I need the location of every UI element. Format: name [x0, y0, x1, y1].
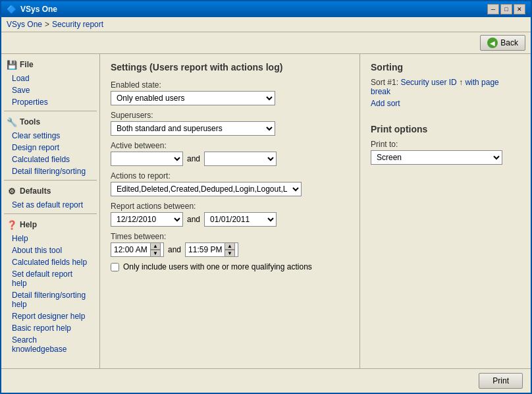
right-panel: Sorting Sort #1: Security user ID ↑ with…: [359, 54, 531, 368]
avatar-area: [1, 362, 99, 368]
sidebar-item-about[interactable]: About this tool: [1, 244, 99, 256]
report-actions-between-row: 12/12/2010 and 01/01/2011: [111, 212, 349, 227]
divider-2: [4, 180, 97, 181]
main-toolbar: ◀ Back: [1, 32, 531, 54]
sidebar-item-calculated-fields[interactable]: Calculated fields: [1, 154, 99, 165]
report-actions-between-label: Report actions between:: [111, 202, 349, 211]
sidebar-item-save[interactable]: Save: [1, 84, 99, 96]
sidebar-item-detail-filtering[interactable]: Detail filtering/sorting: [1, 165, 99, 177]
sidebar-item-report-designer-help[interactable]: Report designer help: [1, 310, 99, 322]
back-button[interactable]: ◀ Back: [480, 35, 525, 51]
times-start-input[interactable]: [114, 245, 150, 254]
times-start-container: ▲ ▼: [111, 242, 164, 257]
report-actions-and: and: [187, 215, 200, 224]
settings-header: Settings (Users report with actions log): [111, 62, 349, 72]
sidebar-defaults-label: Defaults: [20, 186, 51, 196]
sort-line-1: Sort #1: Security user ID ↑ with page br…: [371, 78, 520, 96]
sort1-field-link[interactable]: Security user ID: [400, 78, 456, 87]
superusers-label: Superusers:: [111, 111, 349, 120]
times-start-spinners: ▲ ▼: [150, 242, 161, 257]
tools-icon: 🔧: [7, 117, 17, 127]
report-actions-between-group: Report actions between: 12/12/2010 and 0…: [111, 202, 349, 227]
sidebar-file-label: File: [20, 60, 34, 69]
sorting-header: Sorting: [371, 62, 520, 72]
sort1-prefix: Sort #1:: [371, 78, 398, 87]
enabled-state-group: Enabled state: Only enabled users Only d…: [111, 80, 349, 105]
sidebar-item-help[interactable]: Help: [1, 233, 99, 244]
actions-to-report-group: Actions to report: Edited,Deleted,Create…: [111, 171, 349, 196]
print-to-select[interactable]: Screen PDF Excel Word: [371, 150, 502, 165]
close-button[interactable]: ✕: [514, 4, 525, 14]
sidebar-item-search-knowledgebase[interactable]: Search knowledgebase: [1, 334, 99, 355]
sidebar-help-label: Help: [20, 220, 37, 229]
app-icon: 🔷: [7, 5, 16, 14]
sidebar-tools-label: Tools: [20, 117, 40, 127]
sidebar: 💾 File Load Save Properties 🔧 Tools Clea…: [1, 54, 100, 368]
main-content: Settings (Users report with actions log)…: [100, 54, 359, 368]
times-and: and: [168, 245, 181, 254]
sidebar-section-tools: 🔧 Tools: [1, 114, 99, 130]
sidebar-item-set-default-help[interactable]: Set default report help: [1, 268, 99, 289]
actions-to-report-select[interactable]: Edited,Deleted,Created,Deduped,Login,Log…: [111, 182, 302, 196]
title-bar-controls: ─ □ ✕: [487, 4, 525, 14]
print-button[interactable]: Print: [479, 373, 523, 389]
times-end-input[interactable]: [188, 245, 225, 254]
times-end-spinners: ▲ ▼: [225, 242, 235, 257]
superusers-select[interactable]: Both standard and superusers Only superu…: [111, 121, 275, 136]
enabled-state-label: Enabled state:: [111, 80, 349, 90]
main-window: 🔷 VSys One ─ □ ✕ VSys One > Security rep…: [0, 0, 532, 394]
qualifying-actions-label: Only include users with one or more qual…: [123, 262, 312, 271]
back-label: Back: [500, 38, 518, 47]
sidebar-item-properties[interactable]: Properties: [1, 96, 99, 108]
back-icon: ◀: [487, 38, 498, 48]
times-between-row: ▲ ▼ and ▲ ▼: [111, 242, 349, 257]
times-between-label: Times between:: [111, 232, 349, 241]
active-between-row: and: [111, 152, 349, 166]
checkbox-row: Only include users with one or more qual…: [111, 262, 349, 271]
active-between-and: and: [187, 154, 200, 163]
minimize-button[interactable]: ─: [487, 4, 499, 14]
times-end-container: ▲ ▼: [185, 242, 238, 257]
sidebar-item-clear-settings[interactable]: Clear settings: [1, 130, 99, 142]
divider-3: [4, 213, 97, 214]
help-icon: ❓: [7, 219, 17, 230]
breadcrumb-separator: >: [45, 20, 49, 29]
breadcrumb-parent[interactable]: VSys One: [7, 20, 42, 29]
active-between-start-select[interactable]: [111, 152, 183, 166]
times-start-down[interactable]: ▼: [150, 250, 161, 257]
times-between-group: Times between: ▲ ▼ and ▲ ▼: [111, 232, 349, 257]
enabled-state-select[interactable]: Only enabled users Only disabled users A…: [111, 91, 275, 105]
breadcrumb-current: Security report: [52, 20, 103, 29]
times-start-up[interactable]: ▲: [150, 242, 161, 250]
file-icon: 💾: [7, 59, 17, 70]
times-end-up[interactable]: ▲: [225, 242, 235, 250]
sidebar-item-detail-filtering-help[interactable]: Detail filtering/sorting help: [1, 289, 99, 310]
sidebar-item-calc-fields-help[interactable]: Calculated fields help: [1, 256, 99, 268]
defaults-icon: ⚙: [7, 186, 17, 196]
sidebar-section-defaults: ⚙ Defaults: [1, 183, 99, 199]
active-between-label: Active between:: [111, 141, 349, 150]
sidebar-item-basic-report-help[interactable]: Basic report help: [1, 322, 99, 334]
sidebar-item-load[interactable]: Load: [1, 72, 99, 84]
actions-to-report-label: Actions to report:: [111, 171, 349, 181]
sidebar-item-design-report[interactable]: Design report: [1, 142, 99, 154]
report-actions-end-select[interactable]: 01/01/2011: [204, 212, 277, 227]
maximize-button[interactable]: □: [500, 4, 512, 14]
breadcrumb: VSys One > Security report: [1, 17, 531, 32]
footer: Print: [1, 368, 531, 393]
print-to-label: Print to:: [371, 140, 520, 149]
active-between-end-select[interactable]: [204, 152, 277, 166]
sidebar-section-file: 💾 File: [1, 57, 99, 72]
report-actions-start-select[interactable]: 12/12/2010: [111, 212, 183, 227]
title-bar: 🔷 VSys One ─ □ ✕: [1, 1, 531, 17]
sort1-arrow: ↑: [459, 78, 463, 87]
active-between-group: Active between: and: [111, 141, 349, 166]
add-sort-link[interactable]: Add sort: [371, 99, 400, 108]
times-end-down[interactable]: ▼: [225, 250, 235, 257]
divider-1: [4, 111, 97, 111]
app-title: VSys One: [20, 5, 57, 14]
title-bar-left: 🔷 VSys One: [7, 5, 57, 14]
qualifying-actions-checkbox[interactable]: [111, 263, 119, 271]
print-options-header: Print options: [371, 124, 520, 134]
sidebar-item-set-default[interactable]: Set as default report: [1, 199, 99, 211]
